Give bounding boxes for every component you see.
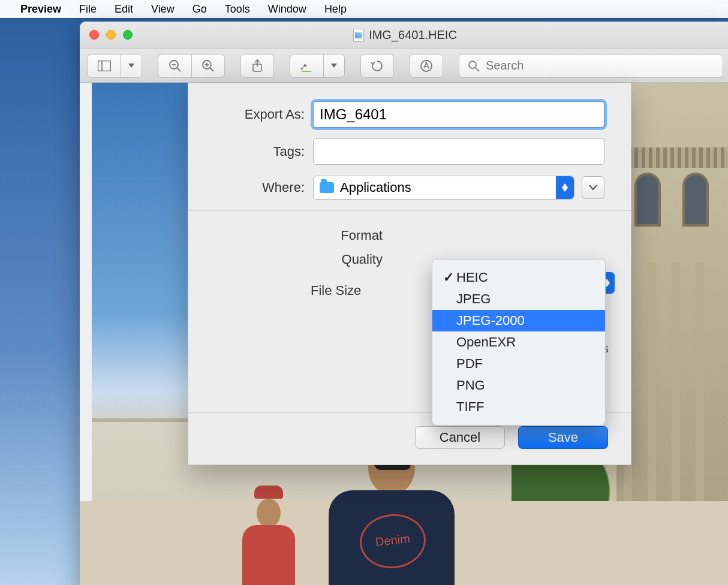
preview-window: IMG_6401.HEIC — [80, 22, 728, 585]
where-label: Where: — [215, 180, 305, 195]
window-close-button[interactable] — [89, 30, 99, 40]
select-arrows-icon — [556, 176, 574, 199]
cancel-button[interactable]: Cancel — [415, 426, 505, 449]
format-option-openexr[interactable]: OpenEXR — [432, 331, 605, 353]
window-zoom-button[interactable] — [123, 30, 133, 40]
tags-input[interactable] — [313, 138, 604, 165]
svg-line-6 — [210, 68, 213, 71]
svg-rect-0 — [98, 61, 110, 71]
where-select[interactable]: Applications — [313, 176, 574, 200]
markup-highlight-group — [290, 54, 345, 78]
svg-line-3 — [177, 68, 181, 71]
svg-text:Denim: Denim — [375, 532, 411, 548]
photo-person-background — [236, 489, 302, 585]
format-dropdown[interactable]: ✓ HEIC JPEG JPEG-2000 OpenEXR PDF PNG TI… — [432, 259, 606, 426]
menu-view[interactable]: View — [151, 3, 175, 16]
chevron-down-icon — [589, 185, 597, 191]
zoom-group — [158, 54, 225, 78]
format-option-label: PNG — [456, 378, 485, 393]
sheet-divider-top — [188, 210, 631, 211]
folder-icon — [320, 182, 334, 193]
toolbar-search-input[interactable] — [486, 59, 714, 73]
svg-line-14 — [476, 68, 479, 71]
window-traffic-lights — [89, 30, 133, 40]
macos-menubar: Preview File Edit View Go Tools Window H… — [0, 0, 728, 18]
format-option-heic[interactable]: ✓ HEIC — [432, 267, 605, 288]
window-title-text: IMG_6401.HEIC — [369, 28, 457, 42]
document-file-icon — [353, 29, 364, 42]
where-expand-button[interactable] — [582, 176, 604, 199]
highlight-button[interactable] — [290, 54, 323, 78]
svg-rect-11 — [302, 71, 311, 72]
format-option-label: JPEG-2000 — [456, 313, 525, 328]
toolbar-search[interactable] — [459, 54, 723, 78]
menu-help[interactable]: Help — [324, 3, 347, 16]
menu-go[interactable]: Go — [192, 3, 207, 16]
menu-file[interactable]: File — [79, 3, 97, 16]
format-option-label: OpenEXR — [456, 334, 516, 350]
rotate-button[interactable] — [360, 54, 394, 78]
format-option-pdf[interactable]: PDF — [432, 353, 605, 375]
menu-tools[interactable]: Tools — [225, 3, 250, 16]
quality-label: Quality — [311, 252, 383, 267]
sidebar-view-menu-button[interactable] — [121, 54, 142, 78]
window-title: IMG_6401.HEIC — [353, 28, 457, 42]
markup-toolbar-button[interactable] — [410, 54, 443, 78]
menubar-app-name[interactable]: Preview — [20, 3, 61, 16]
highlight-menu-button[interactable] — [323, 54, 345, 78]
where-value: Applications — [340, 180, 411, 195]
export-as-label: Export As: — [215, 107, 305, 122]
menu-window[interactable]: Window — [268, 3, 306, 16]
format-option-jpeg[interactable]: JPEG — [432, 288, 605, 310]
export-as-input[interactable] — [313, 101, 604, 128]
format-option-label: HEIC — [456, 270, 488, 285]
sidebar-toggle-button[interactable] — [87, 54, 121, 78]
format-option-png[interactable]: PNG — [432, 375, 605, 396]
share-button[interactable] — [240, 54, 274, 78]
format-option-label: TIFF — [456, 399, 484, 415]
format-option-jpeg2000[interactable]: JPEG-2000 — [432, 310, 605, 331]
preview-toolbar — [80, 49, 728, 83]
window-minimize-button[interactable] — [106, 30, 116, 40]
menu-edit[interactable]: Edit — [115, 3, 133, 16]
window-titlebar[interactable]: IMG_6401.HEIC — [80, 22, 728, 49]
filesize-label: File Size — [311, 283, 361, 298]
format-option-label: JPEG — [456, 291, 491, 307]
sidebar-view-group — [87, 54, 142, 78]
tags-label: Tags: — [215, 144, 305, 159]
checkmark-icon: ✓ — [441, 270, 456, 285]
zoom-out-button[interactable] — [158, 54, 191, 78]
format-label: Format — [311, 228, 383, 243]
zoom-in-button[interactable] — [191, 54, 225, 78]
search-icon — [468, 60, 480, 72]
save-button[interactable]: Save — [518, 426, 608, 449]
format-option-label: PDF — [456, 356, 483, 372]
format-option-tiff[interactable]: TIFF — [432, 396, 605, 418]
svg-point-13 — [469, 61, 476, 68]
